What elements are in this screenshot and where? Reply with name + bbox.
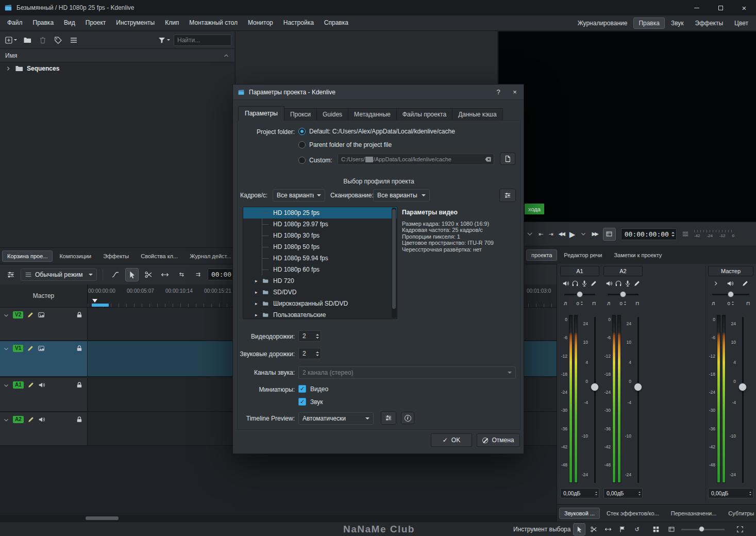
- radio-parent-folder[interactable]: Parent folder of the project file: [298, 140, 392, 149]
- marker-button[interactable]: [616, 523, 629, 535]
- tab-effects[interactable]: Эффекты: [98, 250, 134, 262]
- expander-icon[interactable]: ▸: [255, 309, 258, 319]
- gain-value-box[interactable]: 0,00дБ: [708, 488, 753, 498]
- spacer-tool-button[interactable]: [602, 523, 614, 535]
- timeline-preview-select[interactable]: Автоматически: [298, 412, 374, 425]
- lock-icon[interactable]: [76, 345, 83, 352]
- menu-monitor[interactable]: Монитор: [243, 15, 278, 30]
- fader-knob[interactable]: [634, 383, 642, 391]
- radio-default-folder[interactable]: Default: C:/Users/Alex/AppData/Local/kde…: [298, 127, 455, 136]
- track-head-a2[interactable]: A2: [0, 412, 88, 446]
- frame-preview-icon[interactable]: [668, 526, 675, 533]
- volume-fader[interactable]: [742, 317, 744, 483]
- menu-file[interactable]: Файл: [2, 15, 28, 30]
- razor-tool-button[interactable]: [587, 523, 600, 535]
- record-mic-icon[interactable]: [581, 280, 588, 287]
- preview-settings-button[interactable]: [381, 411, 396, 425]
- play-icon[interactable]: ▶: [569, 230, 576, 238]
- menu-clip[interactable]: Клип: [160, 15, 184, 30]
- timecode-spinner[interactable]: [671, 231, 675, 237]
- tab-project-notes[interactable]: Заметки к проекту: [609, 249, 667, 261]
- gain-value-box[interactable]: 0,00дБ: [603, 488, 643, 498]
- minimize-button[interactable]: [685, 0, 709, 15]
- tab-project-properties[interactable]: проекта: [526, 249, 557, 261]
- workspace-effects[interactable]: Эффекты: [690, 18, 729, 29]
- rewind-icon[interactable]: ◀◀: [558, 231, 564, 237]
- menu-tools[interactable]: Инструменты: [111, 15, 160, 30]
- expander-icon[interactable]: ▸: [255, 275, 258, 287]
- close-button[interactable]: ×: [732, 0, 756, 15]
- chevron-down-icon[interactable]: [3, 417, 9, 423]
- workspace-logging[interactable]: Журналирование: [573, 18, 633, 29]
- zone-mode-button[interactable]: [603, 228, 616, 241]
- workspace-color[interactable]: Цвет: [729, 18, 753, 29]
- edit-track-icon[interactable]: [27, 311, 34, 319]
- mixer-channel-header[interactable]: A1: [560, 266, 599, 276]
- menu-view[interactable]: Вид: [59, 15, 80, 30]
- help-button[interactable]: ?: [493, 87, 504, 97]
- fader-knob[interactable]: [738, 383, 747, 391]
- selection-tool-button[interactable]: [573, 523, 585, 535]
- video-thumbnails-checkbox[interactable]: ✓: [298, 385, 306, 393]
- track-head-v1[interactable]: V1: [0, 341, 88, 377]
- dialog-close-button[interactable]: ×: [509, 87, 520, 97]
- pan-knob[interactable]: [577, 291, 583, 297]
- record-mic-icon[interactable]: [624, 280, 631, 287]
- edit-track-icon[interactable]: [27, 381, 35, 389]
- selection-tool-button[interactable]: [125, 268, 139, 281]
- volume-fader[interactable]: [637, 317, 639, 483]
- effects-pencil-icon[interactable]: [590, 280, 597, 287]
- mixer-channel-header[interactable]: A2: [603, 266, 643, 276]
- bin-search-input[interactable]: [174, 35, 231, 46]
- menu-help[interactable]: Справка: [319, 15, 354, 30]
- pan-knob[interactable]: [728, 291, 734, 297]
- mute-icon[interactable]: [562, 280, 569, 287]
- manage-profiles-button[interactable]: [499, 189, 516, 202]
- profile-item[interactable]: HD 1080p 30 fps: [243, 230, 397, 241]
- menu-project[interactable]: Проект: [80, 15, 111, 30]
- chevron-down-icon[interactable]: [526, 230, 533, 238]
- timeline-empty-area[interactable]: [0, 446, 557, 515]
- menu-edit[interactable]: Правка: [28, 15, 59, 30]
- preview-info-button[interactable]: i: [401, 412, 414, 424]
- expander-icon[interactable]: ▸: [255, 298, 258, 309]
- audio-tracks-spinner[interactable]: 2: [298, 348, 321, 359]
- thumbnails-icon[interactable]: [38, 345, 45, 352]
- profile-item-selected[interactable]: HD 1080p 25 fps: [243, 207, 397, 219]
- browse-folder-button[interactable]: [500, 153, 515, 165]
- tab-speech-editor[interactable]: Редактор речи: [559, 249, 607, 261]
- gain-value-box[interactable]: 0,00дБ: [560, 488, 599, 498]
- monitor-headphones-icon[interactable]: [572, 280, 579, 287]
- zoom-knob[interactable]: [699, 526, 704, 532]
- mix-button[interactable]: [109, 268, 122, 281]
- zoom-fit-button[interactable]: [734, 523, 746, 535]
- tab-remapping[interactable]: Переназначени...: [666, 508, 722, 519]
- profile-item[interactable]: HD 1080p 60 fps: [243, 264, 397, 275]
- profile-group[interactable]: ▸SD/DVD: [243, 287, 397, 298]
- profile-group[interactable]: ▸Широкоэкранный SD/DVD: [243, 298, 397, 309]
- monitor-menu-icon[interactable]: [682, 230, 689, 238]
- gain-spinner[interactable]: [749, 492, 751, 495]
- ripple-tool-button[interactable]: ⇉: [191, 268, 205, 281]
- speaker-icon[interactable]: [38, 381, 45, 389]
- mixer-channel-header[interactable]: Мастер: [708, 266, 753, 276]
- gain-spinner[interactable]: [639, 492, 641, 495]
- pan-spinner[interactable]: [581, 301, 583, 305]
- pan-slider[interactable]: [559, 291, 600, 298]
- add-clip-button[interactable]: [3, 34, 19, 47]
- razor-tool-button[interactable]: [142, 268, 155, 281]
- zoom-slider[interactable]: [681, 525, 725, 533]
- effects-pencil-icon[interactable]: [742, 280, 749, 287]
- list-scrollbar[interactable]: [392, 208, 396, 318]
- audio-thumbnails-checkbox[interactable]: ✓: [298, 398, 306, 406]
- zone-end-icon[interactable]: ⇥: [548, 231, 553, 237]
- playhead-marker[interactable]: [92, 299, 97, 305]
- gain-spinner[interactable]: [595, 492, 597, 495]
- collapse-mixer-icon[interactable]: [713, 280, 719, 287]
- speaker-icon[interactable]: [38, 416, 45, 423]
- pan-spinner[interactable]: [624, 301, 626, 305]
- fader-knob[interactable]: [591, 383, 599, 391]
- delete-button[interactable]: [36, 34, 49, 47]
- video-tracks-spinner[interactable]: 2: [298, 330, 321, 342]
- workspace-editing[interactable]: Правка: [633, 18, 665, 29]
